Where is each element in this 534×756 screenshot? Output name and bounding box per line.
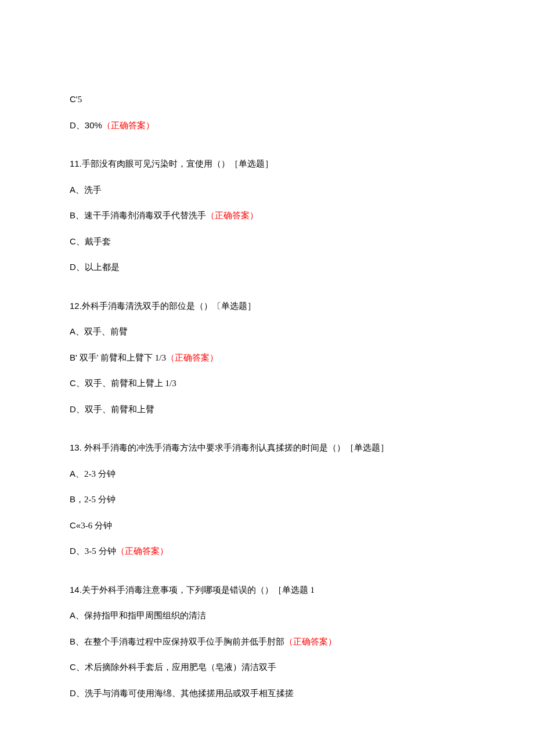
- option-prefix: D、: [70, 262, 85, 272]
- option-line: C«3-6 分钟: [70, 519, 464, 532]
- option-prefix: C、: [70, 662, 85, 672]
- option-text: 30%: [85, 120, 102, 130]
- question-text: 关于外科手消毒注意事项，下列哪项是错误的（）［单选题 1: [82, 585, 315, 595]
- question-14: 14.关于外科手消毒注意事项，下列哪项是错误的（）［单选题 1 A、保持指甲和指…: [70, 584, 464, 700]
- option-line: C、戴手套: [70, 235, 464, 249]
- question-number: 14.: [70, 585, 82, 595]
- option-text: 双手、前臂和上臂: [85, 405, 154, 414]
- option-line: B' 双手' 前臂和上臂下 1/3（正确答案）: [70, 351, 464, 365]
- option-prefix: A、: [70, 185, 84, 195]
- question-stem: 12.外科手消毒清洗双手的部位是（）〔单选题］: [70, 300, 464, 313]
- option-prefix: D、: [70, 546, 85, 556]
- option-line: D、双手、前臂和上臂: [70, 403, 464, 416]
- option-prefix: D、: [70, 688, 85, 698]
- option-prefix: A、: [70, 326, 84, 336]
- option-text: 2-5 分钟: [84, 495, 116, 504]
- option-text: 3-6 分钟: [81, 521, 112, 530]
- option-line: D、洗手与消毒可使用海绵、其他揉搓用品或双手相互揉搓: [70, 687, 464, 700]
- option-line: B，2-5 分钟: [70, 493, 464, 506]
- option-text: 洗手: [84, 185, 102, 195]
- question-stem: 11.手部没有肉眼可见污染时，宜使用（）［单选题］: [70, 157, 464, 171]
- option-prefix: B': [70, 352, 77, 362]
- correct-answer-label: （正确答案）: [102, 121, 154, 130]
- question-10-partial: C'5 D、30%（正确答案）: [70, 93, 464, 132]
- option-prefix: B，: [70, 494, 84, 504]
- option-text: 保持指甲和指甲周围组织的清洁: [84, 611, 206, 620]
- option-prefix: C、: [70, 378, 85, 388]
- option-text: 术后摘除外科手套后，应用肥皂（皂液）清洁双手: [85, 663, 276, 672]
- question-11: 11.手部没有肉眼可见污染时，宜使用（）［单选题］ A、洗手 B、速干手消毒剂消…: [70, 157, 464, 274]
- option-line: C、双手、前臂和上臂上 1/3: [70, 377, 464, 390]
- correct-answer-label: （正确答案）: [284, 637, 337, 646]
- option-line: D、30%（正确答案）: [70, 119, 464, 132]
- option-prefix: C、: [70, 236, 85, 246]
- question-12: 12.外科手消毒清洗双手的部位是（）〔单选题］ A、双手、前臂 B' 双手' 前…: [70, 300, 464, 416]
- option-line: C、术后摘除外科手套后，应用肥皂（皂液）清洁双手: [70, 661, 464, 674]
- question-number: 12.: [70, 301, 82, 311]
- option-text: 2-3 分钟: [84, 469, 116, 478]
- question-text: 外科手消毒清洗双手的部位是（）〔单选题］: [82, 301, 256, 311]
- option-line: A、洗手: [70, 183, 464, 197]
- option-line: C'5: [70, 93, 464, 106]
- correct-answer-label: （正确答案）: [116, 546, 168, 556]
- option-text: 3-5 分钟: [85, 546, 116, 556]
- option-prefix: C«: [70, 520, 81, 530]
- option-text: 5: [78, 95, 82, 104]
- question-number: 11.: [70, 159, 82, 168]
- option-text: 双手、前臂: [84, 327, 128, 336]
- option-line: B、在整个手消毒过程中应保持双手位手胸前并低手肘部（正确答案）: [70, 635, 464, 649]
- question-13: 13. 外科手消毒的冲洗手消毒方法中要求手消毒剂认真揉搓的时间是（）［单选题］ …: [70, 441, 464, 558]
- option-line: A、保持指甲和指甲周围组织的清洁: [70, 609, 464, 622]
- option-prefix: A、: [70, 469, 84, 478]
- question-stem: 13. 外科手消毒的冲洗手消毒方法中要求手消毒剂认真揉搓的时间是（）［单选题］: [70, 441, 464, 455]
- option-line: A、2-3 分钟: [70, 467, 464, 481]
- option-line: A、双手、前臂: [70, 325, 464, 339]
- question-text: 外科手消毒的冲洗手消毒方法中要求手消毒剂认真揉搓的时间是（）［单选题］: [84, 443, 389, 452]
- option-line: D、3-5 分钟（正确答案）: [70, 545, 464, 558]
- option-text: 双手' 前臂和上臂下 1/3: [77, 353, 166, 362]
- option-line: B、速干手消毒剂消毒双手代替洗手（正确答案）: [70, 209, 464, 222]
- correct-answer-label: （正确答案）: [206, 211, 258, 220]
- question-number: 13.: [70, 442, 84, 452]
- option-text: 洗手与消毒可使用海绵、其他揉搓用品或双手相互揉搓: [85, 689, 294, 698]
- option-line: D、以上都是: [70, 261, 464, 274]
- option-prefix: B、: [70, 210, 84, 220]
- option-prefix: D、: [70, 404, 85, 414]
- correct-answer-label: （正确答案）: [166, 353, 218, 362]
- option-prefix: A、: [70, 610, 84, 620]
- option-prefix: C': [70, 94, 78, 104]
- option-text: 速干手消毒剂消毒双手代替洗手: [84, 211, 206, 220]
- option-text: 戴手套: [85, 237, 111, 246]
- question-stem: 14.关于外科手消毒注意事项，下列哪项是错误的（）［单选题 1: [70, 584, 464, 597]
- option-text: 在整个手消毒过程中应保持双手位手胸前并低手肘部: [84, 637, 284, 646]
- option-text: 双手、前臂和上臂上 1/3: [85, 379, 176, 388]
- option-prefix: D、: [70, 120, 85, 130]
- option-prefix: B、: [70, 636, 84, 646]
- question-text: 手部没有肉眼可见污染时，宜使用（）［单选题］: [82, 159, 273, 168]
- option-text: 以上都是: [85, 262, 120, 272]
